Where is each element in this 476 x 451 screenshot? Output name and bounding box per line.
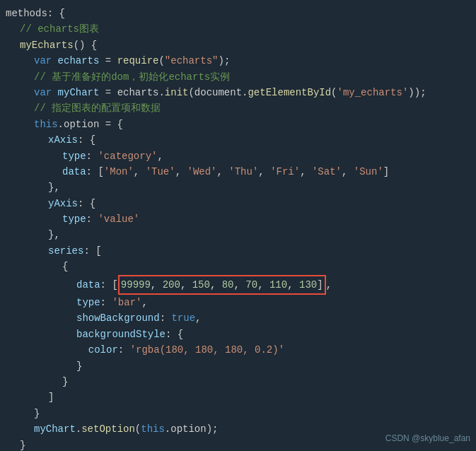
code-line: type: 'value' xyxy=(0,211,476,227)
code-line: showBackground: true, xyxy=(0,310,476,326)
code-line: series: [ xyxy=(0,243,476,259)
code-line: this.option = { xyxy=(0,117,476,132)
code-line: } xyxy=(0,406,476,421)
code-editor: methods: {// echarts图表myEcharts() {var e… xyxy=(0,0,476,451)
code-line: backgroundStyle: { xyxy=(0,327,476,342)
code-line: ] xyxy=(0,390,476,405)
code-line: } xyxy=(0,374,476,390)
code-line: // 指定图表的配置项和数据 xyxy=(0,100,476,116)
code-line: // 基于准备好的dom，初始化echarts实例 xyxy=(0,69,476,85)
code-line: myEcharts() { xyxy=(0,37,476,53)
code-line: } xyxy=(0,358,476,374)
code-line: type: 'category', xyxy=(0,148,476,164)
code-line: data: ['Mon', 'Tue', 'Wed', 'Thu', 'Fri'… xyxy=(0,164,476,180)
watermark: CSDN @skyblue_afan xyxy=(385,432,470,445)
code-line: yAxis: { xyxy=(0,196,476,211)
code-line: xAxis: { xyxy=(0,132,476,148)
code-line: var myChart = echarts.init(document.getE… xyxy=(0,85,476,100)
code-line: type: 'bar', xyxy=(0,295,476,310)
code-line: var echarts = require("echarts"); xyxy=(0,53,476,69)
code-line: }, xyxy=(0,227,476,242)
code-line: // echarts图表 xyxy=(0,21,476,37)
code-line: data: [99999, 200, 150, 80, 70, 110, 130… xyxy=(0,275,476,295)
code-line: color: 'rgba(180, 180, 180, 0.2)' xyxy=(0,342,476,358)
code-line: { xyxy=(0,259,476,274)
code-line: }, xyxy=(0,180,476,195)
code-line: methods: { xyxy=(0,6,476,21)
